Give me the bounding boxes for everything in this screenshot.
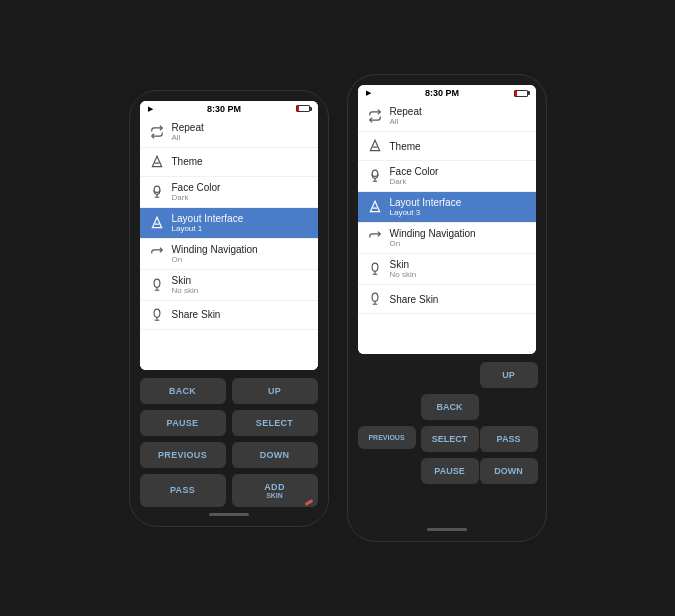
down-button-1[interactable]: DOWN [232, 442, 318, 468]
menu-item-repeat-2[interactable]: Repeat All [358, 101, 536, 132]
pause-button-2[interactable]: PAUSE [421, 458, 479, 484]
phone-1-screen: ▶ 8:30 PM Repeat All [140, 101, 318, 370]
winding-text-1: Winding Navigation On [172, 244, 310, 264]
theme-title-2: Theme [390, 141, 528, 152]
layout-icon-1 [148, 214, 166, 232]
svg-point-20 [372, 263, 378, 271]
repeat-title-1: Repeat [172, 122, 310, 133]
repeat-subtitle-2: All [390, 117, 528, 126]
svg-point-15 [372, 170, 378, 178]
skin-title-1: Skin [172, 275, 310, 286]
svg-marker-18 [370, 201, 379, 212]
facecolor-text-1: Face Color Dark [172, 182, 310, 202]
up-button-2[interactable]: UP [480, 362, 538, 388]
phone-2-controls: UP BACK PREVIOUS SELECT PASS PAUSE DOWN [358, 362, 536, 522]
home-bar-1 [209, 513, 249, 516]
winding-icon-2 [366, 229, 384, 247]
menu-item-facecolor-1[interactable]: Face Color Dark [140, 177, 318, 208]
menu-item-winding-2[interactable]: Winding Navigation On [358, 223, 536, 254]
shareskin-text-1: Share Skin [172, 309, 310, 320]
theme-text-1: Theme [172, 156, 310, 167]
svg-point-2 [154, 186, 160, 194]
facecolor-title-2: Face Color [390, 166, 528, 177]
screen-container: ▶ 8:30 PM Repeat All [129, 74, 547, 542]
back-button-1[interactable]: BACK [140, 378, 226, 404]
down-button-2[interactable]: DOWN [480, 458, 538, 484]
facecolor-icon-2 [366, 167, 384, 185]
repeat-text-2: Repeat All [390, 106, 528, 126]
menu-item-skin-1[interactable]: Skin No skin [140, 270, 318, 301]
repeat-title-2: Repeat [390, 106, 528, 117]
winding-subtitle-1: On [172, 255, 310, 264]
home-bar-2 [427, 528, 467, 531]
skin-text-1: Skin No skin [172, 275, 310, 295]
battery-fill-1 [297, 106, 299, 111]
facecolor-text-2: Face Color Dark [390, 166, 528, 186]
battery-fill-2 [515, 91, 517, 96]
menu-list-1: Repeat All Theme [140, 117, 318, 370]
previous-button-2[interactable]: PREVIOUS [358, 426, 416, 449]
menu-item-facecolor-2[interactable]: Face Color Dark [358, 161, 536, 192]
layout-icon-2 [366, 198, 384, 216]
winding-title-1: Winding Navigation [172, 244, 310, 255]
skin-subtitle-1: No skin [172, 286, 310, 295]
back-button-2[interactable]: BACK [421, 394, 479, 420]
pass-button-2[interactable]: PASS [480, 426, 538, 452]
layout-subtitle-2: Layout 3 [390, 208, 528, 217]
status-bar-2: ▶ 8:30 PM [358, 85, 536, 101]
skin-icon-1 [148, 276, 166, 294]
repeat-subtitle-1: All [172, 133, 310, 142]
menu-item-winding-1[interactable]: Winding Navigation On [140, 239, 318, 270]
menu-spacer-1 [140, 330, 318, 370]
theme-icon-2 [366, 137, 384, 155]
svg-point-7 [154, 279, 160, 287]
svg-marker-5 [152, 217, 161, 228]
status-time-1: 8:30 PM [153, 104, 296, 114]
status-bar-1: ▶ 8:30 PM [140, 101, 318, 117]
battery-icon-2 [514, 90, 528, 97]
pause-button-1[interactable]: PAUSE [140, 410, 226, 436]
select-button-1[interactable]: SELECT [232, 410, 318, 436]
theme-text-2: Theme [390, 141, 528, 152]
menu-item-layout-2[interactable]: Layout Interface Layout 3 [358, 192, 536, 223]
repeat-icon-2 [366, 107, 384, 125]
previous-button-1[interactable]: PREVIOUS [140, 442, 226, 468]
phone-1: ▶ 8:30 PM Repeat All [129, 90, 329, 527]
status-right-2 [514, 90, 528, 97]
skin-title-2: Skin [390, 259, 528, 270]
layout-text-2: Layout Interface Layout 3 [390, 197, 528, 217]
menu-item-repeat-1[interactable]: Repeat All [140, 117, 318, 148]
skin-icon-2 [366, 260, 384, 278]
addskin-button-1[interactable]: ADD SKIN [232, 474, 318, 507]
layout-title-2: Layout Interface [390, 197, 528, 208]
svg-point-23 [372, 293, 378, 301]
pass-button-1[interactable]: PASS [140, 474, 226, 507]
repeat-icon-1 [148, 123, 166, 141]
up-button-1[interactable]: UP [232, 378, 318, 404]
select-button-2[interactable]: SELECT [421, 426, 479, 452]
skin-subtitle-2: No skin [390, 270, 528, 279]
menu-item-skin-2[interactable]: Skin No skin [358, 254, 536, 285]
facecolor-icon-1 [148, 183, 166, 201]
winding-subtitle-2: On [390, 239, 528, 248]
menu-item-theme-2[interactable]: Theme [358, 132, 536, 161]
layout-title-1: Layout Interface [172, 213, 310, 224]
menu-item-theme-1[interactable]: Theme [140, 148, 318, 177]
layout-text-1: Layout Interface Layout 1 [172, 213, 310, 233]
menu-item-shareskin-1[interactable]: Share Skin [140, 301, 318, 330]
repeat-text-1: Repeat All [172, 122, 310, 142]
shareskin-title-2: Share Skin [390, 294, 528, 305]
skin-text-2: Skin No skin [390, 259, 528, 279]
svg-point-10 [154, 309, 160, 317]
menu-item-shareskin-2[interactable]: Share Skin [358, 285, 536, 314]
facecolor-subtitle-1: Dark [172, 193, 310, 202]
winding-text-2: Winding Navigation On [390, 228, 528, 248]
menu-item-layout-1[interactable]: Layout Interface Layout 1 [140, 208, 318, 239]
shareskin-text-2: Share Skin [390, 294, 528, 305]
phone-2: ▶ 8:30 PM Repeat All [347, 74, 547, 542]
shareskin-icon-2 [366, 290, 384, 308]
shareskin-icon-1 [148, 306, 166, 324]
menu-list-2: Repeat All Theme [358, 101, 536, 354]
shareskin-title-1: Share Skin [172, 309, 310, 320]
phone-2-screen: ▶ 8:30 PM Repeat All [358, 85, 536, 354]
